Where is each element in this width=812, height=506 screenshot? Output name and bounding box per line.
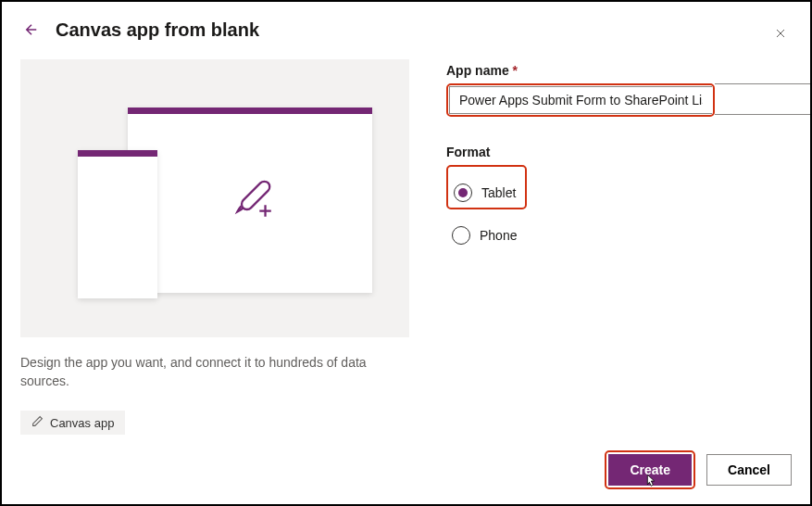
app-name-input-extend[interactable]: [715, 83, 812, 115]
pencil-icon: [31, 415, 44, 430]
back-button[interactable]: [20, 19, 43, 41]
brush-plus-icon: [230, 175, 276, 225]
create-button[interactable]: Create: [608, 454, 692, 486]
cancel-button[interactable]: Cancel: [706, 454, 792, 486]
required-asterisk: *: [513, 63, 518, 78]
radio-label-phone: Phone: [480, 228, 517, 243]
format-radio-phone[interactable]: Phone: [452, 226, 517, 245]
format-radio-tablet[interactable]: Tablet: [454, 183, 516, 202]
app-name-label: App name *: [446, 63, 812, 78]
canvas-app-tag[interactable]: Canvas app: [20, 411, 125, 435]
description-text: Design the app you want, and connect it …: [20, 354, 372, 390]
radio-label-tablet: Tablet: [481, 185, 516, 200]
preview-illustration: [20, 59, 409, 337]
page-title: Canvas app from blank: [56, 19, 259, 41]
format-label: Format: [446, 145, 812, 159]
close-button[interactable]: [769, 22, 792, 44]
phone-preview: [78, 150, 157, 298]
app-name-input[interactable]: [449, 86, 712, 114]
tag-label: Canvas app: [50, 416, 114, 430]
